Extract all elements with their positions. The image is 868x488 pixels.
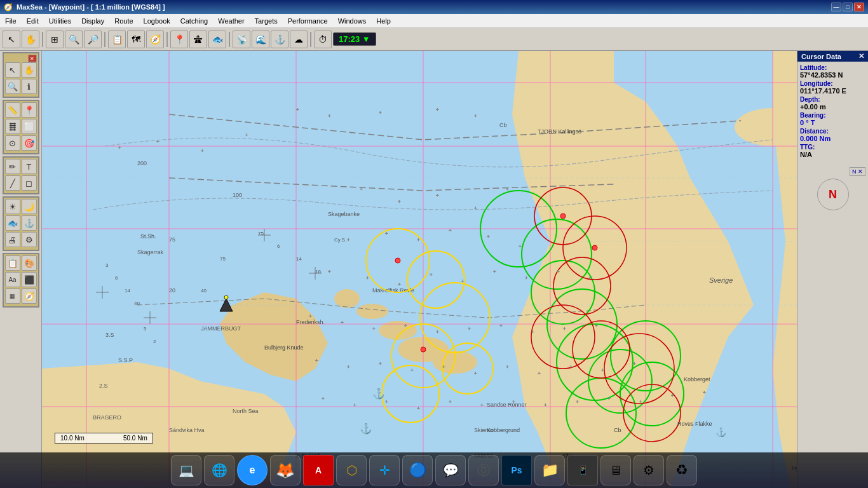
menu-file[interactable]: File: [0, 14, 22, 27]
taskbar-icon-app2[interactable]: ⓪: [468, 455, 499, 485]
toolbar-anchor[interactable]: ⚓: [271, 30, 288, 48]
taskbar-icon-network[interactable]: 🌐: [204, 455, 234, 485]
menu-targets[interactable]: Targets: [250, 14, 283, 27]
toolbar-fish[interactable]: 🐟: [208, 30, 226, 48]
tool-area[interactable]: ⬜: [22, 119, 37, 134]
svg-text:+: +: [156, 139, 159, 144]
menu-logbook[interactable]: Logbook: [139, 14, 175, 27]
latitude-value: 57°42.8353 N: [800, 71, 865, 79]
tool-info[interactable]: ℹ: [22, 79, 37, 94]
tool-pencil[interactable]: ✏: [5, 159, 20, 174]
svg-text:+: +: [436, 329, 439, 335]
svg-point-142: [560, 214, 566, 219]
svg-text:+: +: [557, 269, 560, 274]
menu-help[interactable]: Help: [371, 14, 396, 27]
close-button[interactable]: ✕: [854, 3, 864, 11]
tool-measure[interactable]: 📏: [5, 102, 20, 118]
tool-layers[interactable]: 📋: [5, 255, 20, 271]
menu-route[interactable]: Route: [109, 14, 138, 27]
tool-zoom[interactable]: 🔍: [5, 79, 20, 94]
toolbar-weather[interactable]: ☁: [290, 30, 308, 48]
svg-text:+: +: [449, 227, 452, 233]
tool-line[interactable]: ╱: [5, 175, 20, 191]
tool-text[interactable]: T: [22, 159, 37, 174]
toolbar-tide[interactable]: 🌊: [252, 30, 269, 48]
menu-weather[interactable]: Weather: [213, 14, 249, 27]
toolbar-zoom-in[interactable]: 🔍: [65, 30, 83, 48]
toolbar-layers[interactable]: 📋: [108, 30, 126, 48]
toolbar-chart[interactable]: 🗺: [127, 30, 145, 48]
toolbar-gps[interactable]: 📡: [233, 30, 250, 48]
tool-settings[interactable]: ⚙: [22, 232, 37, 247]
time-display[interactable]: 17:23 ▼: [333, 32, 376, 46]
minimize-button[interactable]: —: [831, 3, 841, 11]
taskbar-icon-photoshop[interactable]: Ps: [501, 455, 532, 485]
menu-performance[interactable]: Performance: [283, 14, 333, 27]
taskbar-icon-acrobat[interactable]: A: [303, 455, 334, 485]
tool-circle[interactable]: ⊙: [5, 135, 20, 151]
taskbar-icon-firefox[interactable]: 🦊: [270, 455, 301, 485]
tool-waypoint[interactable]: 📍: [22, 102, 37, 118]
svg-text:JAMMERBUGT: JAMMERBUGT: [201, 325, 241, 332]
sidebar-misc-panel: ☀ 🌙 🐟 ⚓ 🖨 ⚙: [3, 196, 39, 251]
svg-text:+: +: [417, 405, 420, 411]
taskbar-icon-app3[interactable]: 📱: [567, 455, 598, 485]
toolbar-clock[interactable]: ⏱: [314, 30, 332, 48]
tool-aa[interactable]: Aa: [5, 272, 20, 287]
svg-text:+: +: [430, 272, 433, 278]
taskbar-icon-app1[interactable]: ⬡: [336, 455, 367, 485]
svg-text:+: +: [328, 269, 331, 274]
svg-text:+: +: [436, 193, 439, 198]
app-icon: 🧭: [4, 3, 13, 11]
svg-text:⚓: ⚓: [715, 427, 727, 438]
svg-text:75: 75: [258, 231, 264, 236]
tool-pattern[interactable]: ▦: [5, 288, 20, 304]
taskbar-icon-skype[interactable]: 💬: [435, 455, 466, 485]
tool-sun[interactable]: ☀: [5, 199, 20, 214]
toolbar-route[interactable]: 🛣: [189, 30, 207, 48]
taskbar-icon-ie[interactable]: e: [237, 455, 268, 485]
menu-utilities[interactable]: Utilities: [44, 14, 76, 27]
toolbar-pan[interactable]: ✋: [22, 30, 39, 48]
toolbar-sep-5: [310, 32, 311, 47]
maximize-button[interactable]: □: [843, 3, 853, 11]
tool-fish2[interactable]: 🐟: [5, 215, 20, 231]
toolbar-grid[interactable]: ⊞: [46, 30, 64, 48]
taskbar-icon-app5[interactable]: ⚙: [634, 455, 664, 485]
cursor-panel-close[interactable]: ✕: [858, 52, 864, 60]
tool-eraser[interactable]: ◻: [22, 175, 37, 191]
tool-depth[interactable]: ⚓: [22, 215, 37, 231]
tool-route[interactable]: 🛤: [5, 119, 20, 134]
svg-text:+: +: [385, 231, 388, 236]
tool-box[interactable]: ⬛: [22, 272, 37, 287]
tool-target[interactable]: 🎯: [22, 135, 37, 151]
taskbar-icon-computer[interactable]: 💻: [171, 455, 201, 485]
menu-display[interactable]: Display: [76, 14, 109, 27]
tool-moon[interactable]: 🌙: [22, 199, 37, 214]
menu-windows[interactable]: Windows: [333, 14, 372, 27]
taskbar-icon-finder[interactable]: 📁: [534, 455, 565, 485]
tool-print[interactable]: 🖨: [5, 232, 20, 247]
svg-text:Bulbjerg Knude: Bulbjerg Knude: [264, 344, 304, 351]
chart-area[interactable]: Sverige N.Jylland: [42, 51, 797, 488]
tool-nav2[interactable]: 🧭: [22, 288, 37, 304]
tool-pointer[interactable]: ↖: [5, 62, 20, 78]
menu-edit[interactable]: Edit: [22, 14, 44, 27]
compass-close-btn[interactable]: N ✕: [850, 167, 865, 176]
tool-hand[interactable]: ✋: [22, 62, 37, 78]
taskbar-icon-chrome[interactable]: 🔵: [402, 455, 433, 485]
tool-color[interactable]: 🎨: [22, 255, 37, 271]
svg-text:Kobberget: Kobberget: [684, 376, 710, 383]
svg-text:+: +: [569, 364, 573, 370]
scale-bar: 10.0 Nm 50.0 Nm: [55, 433, 153, 444]
taskbar-icon-app4[interactable]: 🖥: [600, 455, 631, 485]
taskbar-icon-recycle[interactable]: ♻: [667, 455, 697, 485]
menu-catching[interactable]: Catching: [175, 14, 213, 27]
toolbar-pointer[interactable]: ↖: [3, 30, 20, 48]
sidebar-close-btn[interactable]: ✕: [28, 55, 37, 62]
toolbar-compass[interactable]: 🧭: [146, 30, 164, 48]
toolbar-zoom-out[interactable]: 🔎: [84, 30, 102, 48]
svg-text:Kobbergrund: Kobbergrund: [487, 427, 520, 433]
toolbar-waypoint[interactable]: 📍: [170, 30, 188, 48]
taskbar-icon-crosshair[interactable]: ✛: [369, 455, 400, 485]
